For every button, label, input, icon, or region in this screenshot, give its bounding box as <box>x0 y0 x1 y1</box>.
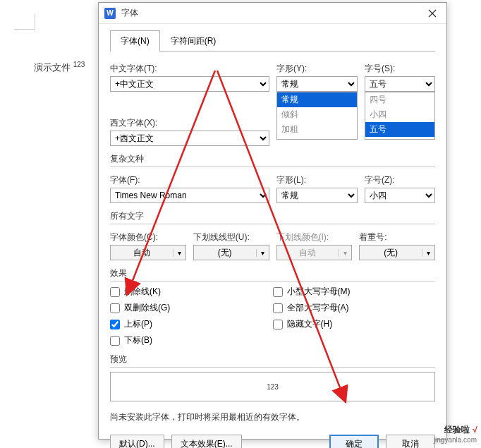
chk-super-box[interactable] <box>110 320 120 329</box>
ok-button[interactable]: 确定 <box>329 435 379 448</box>
ulcolor-label: 下划线颜色(I): <box>276 231 353 243</box>
font-install-hint: 尚未安装此字体，打印时将采用最相近的有效字体。 <box>110 411 435 423</box>
preview-title: 预览 <box>110 353 435 365</box>
watermark-line2: jingyanla.com <box>434 436 477 444</box>
cx-font-select[interactable]: Times New Roman <box>110 188 269 203</box>
cn-font-label: 中文字体(T): <box>110 63 269 75</box>
close-button[interactable] <box>418 3 446 24</box>
chk-smallcaps[interactable]: 小型大写字母(M) <box>273 286 436 298</box>
button-bar: 默认(D)... 文本效果(E)... 确定 取消 <box>110 435 435 448</box>
cn-font-select[interactable]: +中文正文 <box>110 76 269 92</box>
text-effect-button[interactable]: 文本效果(E)... <box>171 435 242 448</box>
font-dialog: W 字体 字体(N) 字符间距(R) 中文字体(T): +中文正文 西文字体(X… <box>98 2 447 440</box>
page-margin-corner <box>14 14 35 30</box>
size-label: 字号(S): <box>365 63 435 75</box>
emphasis-dropdown[interactable]: (无)▾ <box>359 245 435 260</box>
style-opt-italic[interactable]: 倾斜 <box>277 107 357 122</box>
underline-dropdown[interactable]: (无)▾ <box>193 245 269 260</box>
ulcolor-dropdown: 自动▾ <box>276 245 353 260</box>
chk-sub-box[interactable] <box>110 336 120 346</box>
cx-font-label: 字体(F): <box>110 174 269 186</box>
demo-superscript: 123 <box>73 61 85 68</box>
style-listbox[interactable]: 常规 倾斜 加粗 <box>276 92 358 140</box>
west-font-select[interactable]: +西文正文 <box>110 131 269 146</box>
chk-hidden[interactable]: 隐藏文字(H) <box>273 318 436 330</box>
demo-text: 演示文件 <box>34 62 71 73</box>
size-opt-5[interactable]: 五号 <box>365 122 434 137</box>
preview-text: 123 <box>267 383 279 391</box>
size-opt-x4[interactable]: 小四 <box>365 107 434 122</box>
emphasis-label: 着重号: <box>359 231 435 243</box>
style-label: 字形(Y): <box>276 63 358 75</box>
watermark: 经验啦 √ jingyanla.com <box>434 424 477 444</box>
chk-strike-box[interactable] <box>110 287 120 297</box>
chk-allcaps[interactable]: 全部大写字母(A) <box>273 302 436 314</box>
chk-sub[interactable]: 下标(B) <box>110 334 273 346</box>
chk-smallcaps-box[interactable] <box>273 287 283 297</box>
color-label: 字体颜色(C): <box>110 231 186 243</box>
style-opt-bold[interactable]: 加粗 <box>277 122 357 137</box>
close-icon <box>428 9 437 18</box>
underline-label: 下划线线型(U): <box>193 231 269 243</box>
size-opt-4[interactable]: 四号 <box>365 92 434 107</box>
caret-icon: ▾ <box>339 249 351 257</box>
chk-strike[interactable]: 删除线(K) <box>110 286 273 298</box>
chk-super[interactable]: 上标(P) <box>110 318 273 330</box>
caret-icon: ▾ <box>256 249 269 257</box>
size-listbox[interactable]: 四号 小四 五号 <box>365 92 435 140</box>
app-icon: W <box>104 8 116 19</box>
dialog-title: 字体 <box>121 7 418 19</box>
cx-style-label: 字形(L): <box>276 174 358 186</box>
preview-box: 123 <box>110 372 435 401</box>
style-input[interactable]: 常规 <box>276 76 358 92</box>
document-text: 演示文件 123 <box>34 61 85 74</box>
cx-size-select[interactable]: 小四 <box>365 188 435 203</box>
effects-title: 效果 <box>110 267 435 279</box>
caret-icon: ▾ <box>422 249 434 257</box>
tab-bar: 字体(N) 字符间距(R) <box>110 30 435 52</box>
cx-size-label: 字号(Z): <box>365 174 435 186</box>
cx-style-select[interactable]: 常规 <box>276 188 358 203</box>
complex-title: 复杂文种 <box>110 153 435 165</box>
chk-hidden-box[interactable] <box>273 320 283 329</box>
chk-dstrike-box[interactable] <box>110 303 120 313</box>
tab-spacing[interactable]: 字符间距(R) <box>160 30 227 52</box>
alltext-title: 所有文字 <box>110 210 435 222</box>
size-input[interactable]: 五号 <box>365 76 435 92</box>
default-button[interactable]: 默认(D)... <box>110 435 164 448</box>
chk-dstrike[interactable]: 双删除线(G) <box>110 302 273 314</box>
color-dropdown[interactable]: 自动▾ <box>110 245 186 260</box>
style-opt-regular[interactable]: 常规 <box>277 92 357 107</box>
caret-icon: ▾ <box>173 249 185 257</box>
check-icon: √ <box>472 425 477 435</box>
watermark-line1: 经验啦 <box>444 425 470 435</box>
cancel-button[interactable]: 取消 <box>386 435 435 448</box>
chk-allcaps-box[interactable] <box>273 303 283 313</box>
titlebar: W 字体 <box>99 3 446 24</box>
tab-font[interactable]: 字体(N) <box>110 30 160 52</box>
west-font-label: 西文字体(X): <box>110 117 269 129</box>
